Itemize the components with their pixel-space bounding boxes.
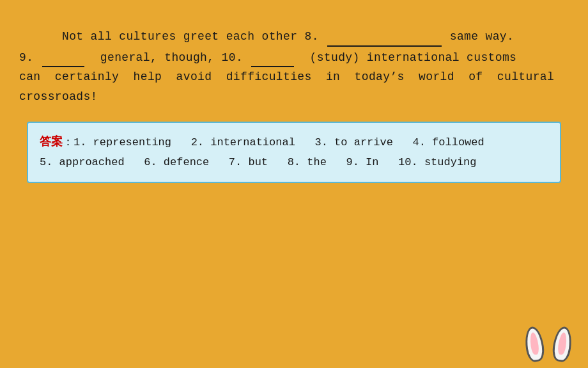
- blank-9: [42, 47, 85, 68]
- paragraph-line1: Not all cultures greet each other 8. sam…: [19, 30, 514, 43]
- bunny-ear-right: [551, 326, 573, 363]
- bunny-decoration: [528, 326, 569, 362]
- answer-line-1: 答案：1. representing 2. international 3. t…: [40, 132, 548, 153]
- bunny-ear-inner-left: [529, 332, 540, 355]
- answer-box: 答案：1. representing 2. international 3. t…: [27, 122, 561, 182]
- bunny-ear-inner-right: [557, 332, 568, 355]
- blank-8: [327, 26, 442, 47]
- paragraph-line3: can certainly help avoid difficulties in…: [19, 70, 554, 83]
- answer-colon: ：: [63, 136, 74, 148]
- main-content: Not all cultures greet each other 8. sam…: [0, 0, 588, 196]
- bunny-ears: [528, 326, 569, 362]
- paragraph-line2: 9. general, though, 10. (study) internat…: [19, 51, 516, 64]
- blank-10: [251, 47, 294, 68]
- paragraph-line4: crossroads!: [19, 90, 98, 103]
- bunny-ear-left: [523, 326, 545, 363]
- text-paragraph: Not all cultures greet each other 8. sam…: [19, 26, 569, 106]
- answer-line-2: 5. approached 6. defence 7. but 8. the 9…: [40, 153, 548, 173]
- answer-label: 答案: [40, 136, 63, 148]
